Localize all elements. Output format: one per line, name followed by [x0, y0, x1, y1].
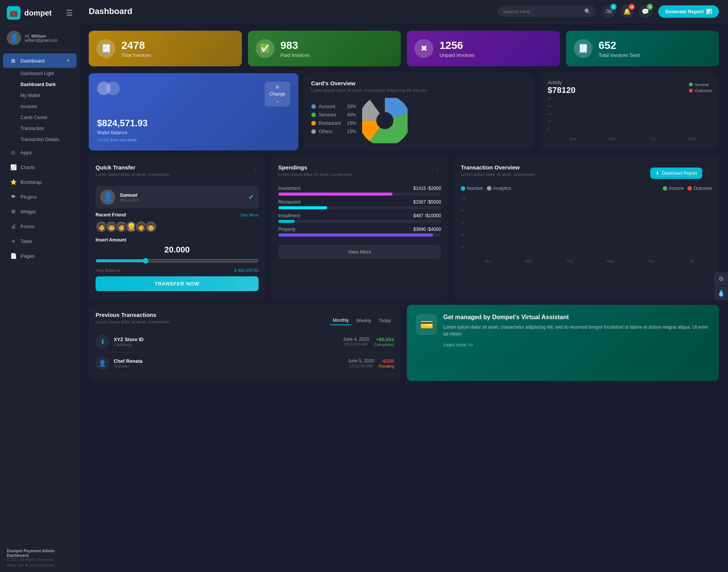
activity-header: Activity $78120 Income Outcome: [548, 80, 712, 95]
chevron-down-icon: [67, 60, 70, 62]
tab-weekly[interactable]: Weekly: [353, 316, 374, 325]
sidebar-item-charts[interactable]: 📈 Charts ›: [3, 160, 77, 174]
balance-row: Your Balance $ 456,345.62: [96, 268, 259, 273]
tx-date-2: June 5, 2020 10:12:00 AM: [348, 358, 374, 368]
search-input[interactable]: [503, 9, 581, 14]
quick-transfer-sub: Lorem ipsum dolor sit amet, consectetur: [96, 172, 170, 177]
bell-badge: 12: [629, 4, 635, 10]
contact-avatar: 👤: [100, 190, 115, 205]
sidebar-sub-invoices[interactable]: Invoices: [3, 101, 77, 112]
user-info: Hi, William william@gmail.com: [25, 34, 58, 42]
sidebar-sub-my-wallet[interactable]: My Wallet: [3, 90, 77, 101]
mastercard-circle-right: [106, 81, 120, 95]
spending-property: Property $3890 /$4000: [278, 227, 441, 237]
sidebar-item-plugins[interactable]: ❤ Plugins ›: [3, 190, 77, 204]
tx-amount-area-1: +$5,553 Completed: [374, 337, 394, 347]
prev-tx-tabs: Monthly Weekly Today: [330, 316, 394, 325]
contact-row: 👤 Samuel @sum224 ✔: [96, 186, 259, 208]
virtual-assistant-icon: 💳: [416, 314, 437, 335]
contact-name: Samuel: [120, 192, 139, 198]
virtual-assistant-card: 💳 Get managed by Dompet's Virtual Assist…: [407, 305, 719, 381]
sidebar-sub-transaction[interactable]: Transaction: [3, 123, 77, 134]
amount-slider[interactable]: [96, 258, 259, 264]
prev-transactions-card: Previous Transactions Lorem ipsum dolor …: [89, 305, 401, 381]
bottom-row: Quick Transfer Lorem ipsum dolor sit ame…: [89, 157, 719, 298]
user-greeting: Hi, William: [25, 34, 58, 38]
sidebar-item-dashboard[interactable]: ⊞ Dashboard: [3, 53, 77, 68]
activity-x-axis: Sun Mon Tue Wed: [553, 137, 712, 141]
sidebar-sub-dashboard-light[interactable]: Dashboard Light: [3, 68, 77, 79]
activity-y-axis: 80 60 40 20 0: [548, 97, 551, 131]
chevron-right-icon: ›: [69, 195, 70, 199]
activity-amount: $78120: [548, 85, 575, 95]
tab-monthly[interactable]: Monthly: [330, 316, 352, 325]
activity-bars-wrap: Sun Mon Tue Wed: [553, 97, 712, 141]
wallet-amount: $824,571.93: [97, 118, 290, 129]
hamburger-icon[interactable]: ☰: [66, 8, 73, 17]
stat-card-paid-invoices: ✅ 983 Paid Invoices: [248, 31, 401, 66]
tx-icon-1: ⬇: [96, 335, 109, 348]
va-learn-more-link[interactable]: Learn more >>: [443, 342, 473, 348]
sidebar-sub-cards-center[interactable]: Cards Center: [3, 112, 77, 123]
contact-handle: @sum224: [120, 198, 139, 202]
outcome-legend: Outcome: [689, 88, 712, 93]
sidebar-item-widget[interactable]: ⚙ Widget ›: [3, 204, 77, 219]
sidebar-item-table[interactable]: ≡ Table ›: [3, 234, 77, 248]
filter-income[interactable]: Income: [663, 186, 684, 191]
tx-info-1: XYZ Store ID Cashback: [114, 337, 338, 347]
filter-analytics[interactable]: Analytics: [487, 186, 511, 191]
settings-floating-button[interactable]: ⚙: [714, 272, 728, 286]
download-report-button[interactable]: ⬇ Download Report: [650, 168, 702, 179]
sidebar-item-pages[interactable]: 📄 Pages ›: [3, 249, 77, 263]
services-dot: [311, 113, 316, 117]
chevron-right-icon: ›: [69, 239, 70, 243]
search-box: 🔍: [497, 6, 596, 17]
forms-icon: 🖨: [10, 223, 17, 230]
sidebar-item-bootstrap[interactable]: ⭐ Bootstrap ›: [3, 175, 77, 189]
total-invoices-number: 2478: [121, 39, 151, 52]
theme-floating-button[interactable]: 💧: [714, 287, 728, 300]
paid-invoices-icon: ✅: [256, 39, 275, 58]
transfer-now-button[interactable]: TRANSFER NOW: [96, 276, 259, 291]
txn-actions: ⬇ Download Report ⋮: [650, 168, 712, 179]
others-dot: [311, 129, 316, 134]
sidebar-item-apps[interactable]: ⊙ Apps ›: [3, 145, 77, 160]
invoices-sent-number: 652: [599, 39, 640, 52]
chart-bar-icon: 📊: [706, 9, 712, 14]
filter-number[interactable]: Number: [461, 186, 483, 191]
insert-amount-label: Insert Amount: [96, 237, 259, 243]
bag-icon-button[interactable]: 🛍 2: [602, 5, 616, 18]
generate-report-button[interactable]: Generate Report 📊: [658, 5, 719, 18]
paid-invoices-number: 983: [281, 39, 310, 52]
number-dot: [461, 186, 465, 191]
sidebar-item-forms[interactable]: 🖨 Forms ›: [3, 219, 77, 234]
spendings-title-area: Spendings Lorem ipsum dolor sit amet, co…: [278, 164, 353, 182]
unpaid-invoices-icon: ✖: [414, 39, 433, 58]
see-more-link[interactable]: See More: [240, 213, 259, 217]
restaurant-fill: [278, 206, 327, 209]
paid-invoices-label: Paid Invoices: [281, 52, 310, 58]
sidebar-logo-area: 💼 dompet ☰: [0, 0, 80, 26]
property-fill: [278, 234, 433, 237]
filter-outcome[interactable]: Outcome: [687, 186, 712, 191]
search-icon: 🔍: [584, 8, 591, 14]
change-button[interactable]: ↻ Change ⌄: [265, 81, 290, 107]
activity-card: Activity $78120 Income Outcome: [541, 73, 719, 150]
contact-info: Samuel @sum224: [120, 192, 139, 202]
sidebar-sub-transaction-details[interactable]: Transaction Details: [3, 134, 77, 145]
sidebar-sub-dashboard-dark[interactable]: Dashboard Dark: [3, 79, 77, 90]
installment-fill: [278, 220, 295, 223]
content-area: 🧾 2478 Total Invoices ✅ 983 Paid Invoice…: [80, 23, 728, 572]
tx-date-1: June 4, 2020 05:34:45 AM: [343, 337, 369, 346]
apps-icon: ⊙: [10, 149, 17, 156]
tab-today[interactable]: Today: [376, 316, 394, 325]
txn-more-icon[interactable]: ⋮: [705, 169, 712, 177]
view-more-button[interactable]: View More: [278, 245, 441, 259]
friend-avatar-6[interactable]: 👨: [145, 221, 157, 233]
quick-transfer-title-area: Quick Transfer Lorem ipsum dolor sit ame…: [96, 164, 170, 182]
services-row: Services 40%: [311, 112, 356, 118]
spendings-more-icon[interactable]: ⋮: [434, 164, 441, 172]
more-options-icon[interactable]: ⋮: [252, 164, 259, 172]
chat-icon-button[interactable]: 💬 8: [639, 5, 652, 18]
bell-icon-button[interactable]: 🔔 12: [620, 5, 634, 18]
